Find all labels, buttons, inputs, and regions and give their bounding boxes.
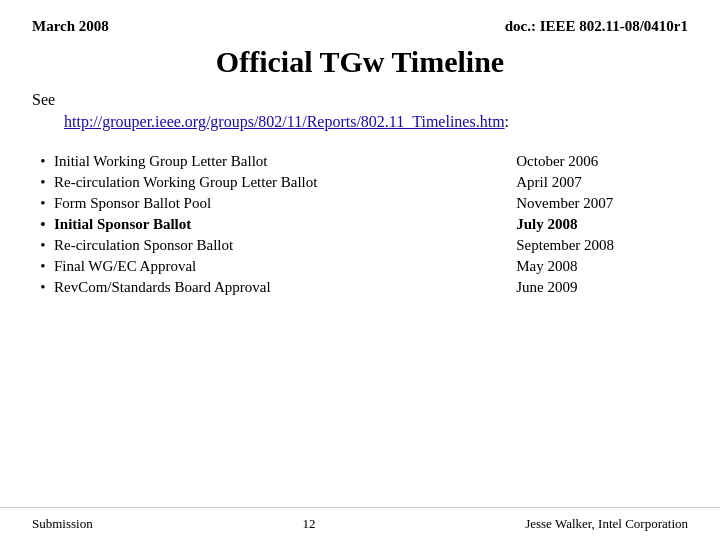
timeline-table: •Initial Working Group Letter BallotOcto… xyxy=(32,151,688,298)
header-left: March 2008 xyxy=(32,18,109,35)
timeline-item-label: Final WG/EC Approval xyxy=(54,256,516,277)
timeline-item-label: RevCom/Standards Board Approval xyxy=(54,277,516,298)
timeline-item-date: September 2008 xyxy=(516,235,688,256)
bullet-icon: • xyxy=(32,256,54,277)
page-title: Official TGw Timeline xyxy=(216,45,504,78)
link-suffix: : xyxy=(505,113,509,130)
table-row: •Initial Sponsor BallotJuly 2008 xyxy=(32,214,688,235)
bullet-icon: • xyxy=(32,235,54,256)
timeline-item-date: October 2006 xyxy=(516,151,688,172)
bullet-icon: • xyxy=(32,277,54,298)
bullet-icon: • xyxy=(32,172,54,193)
see-label: See xyxy=(32,91,55,108)
header-right: doc.: IEEE 802.11-08/0410r1 xyxy=(505,18,688,35)
table-row: •Form Sponsor Ballot PoolNovember 2007 xyxy=(32,193,688,214)
table-row: •Re-circulation Working Group Letter Bal… xyxy=(32,172,688,193)
footer-left: Submission xyxy=(32,516,93,532)
timeline-item-label: Form Sponsor Ballot Pool xyxy=(54,193,516,214)
reference-link[interactable]: http://grouper.ieee.org/groups/802/11/Re… xyxy=(64,113,505,130)
bullet-icon: • xyxy=(32,193,54,214)
timeline-item-label: Initial Sponsor Ballot xyxy=(54,214,516,235)
table-row: •Initial Working Group Letter BallotOcto… xyxy=(32,151,688,172)
timeline-item-label: Initial Working Group Letter Ballot xyxy=(54,151,516,172)
bullet-icon: • xyxy=(32,214,54,235)
footer-center: 12 xyxy=(93,516,525,532)
timeline-item-date: November 2007 xyxy=(516,193,688,214)
timeline-item-date: June 2009 xyxy=(516,277,688,298)
table-row: •RevCom/Standards Board ApprovalJune 200… xyxy=(32,277,688,298)
table-row: •Re-circulation Sponsor BallotSeptember … xyxy=(32,235,688,256)
timeline-item-date: April 2007 xyxy=(516,172,688,193)
bullet-icon: • xyxy=(32,151,54,172)
table-row: •Final WG/EC ApprovalMay 2008 xyxy=(32,256,688,277)
timeline-item-date: May 2008 xyxy=(516,256,688,277)
timeline-item-date: July 2008 xyxy=(516,214,688,235)
footer-right: Jesse Walker, Intel Corporation xyxy=(525,516,688,532)
timeline-item-label: Re-circulation Working Group Letter Ball… xyxy=(54,172,516,193)
timeline-item-label: Re-circulation Sponsor Ballot xyxy=(54,235,516,256)
